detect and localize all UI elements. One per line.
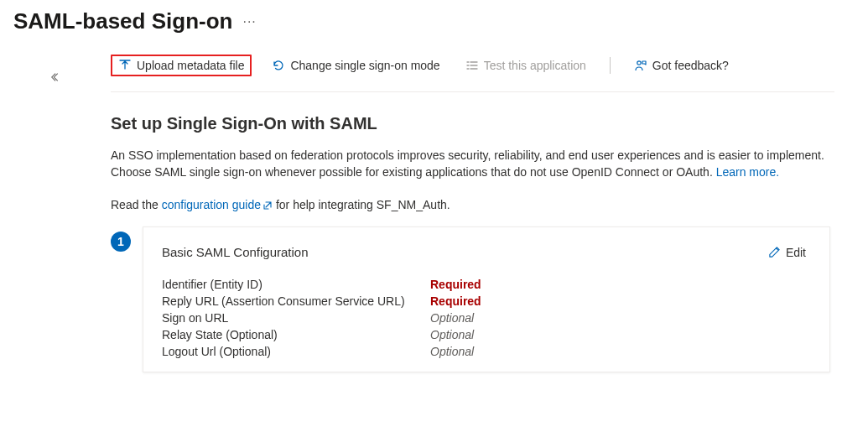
config-row-label: Sign on URL: [162, 311, 430, 325]
guide-text: Read the configuration guide for help in…: [111, 198, 834, 211]
card-wrapper: 1 Basic SAML Configuration Edit Identifi…: [111, 226, 834, 372]
feedback-person-icon: [634, 59, 647, 72]
learn-more-link[interactable]: Learn more.: [716, 165, 779, 179]
undo-icon: [272, 59, 285, 72]
pencil-icon: [768, 246, 781, 258]
test-label: Test this application: [484, 59, 586, 72]
config-row-label: Relay State (Optional): [162, 328, 430, 341]
upload-icon: [118, 59, 132, 72]
svg-point-0: [637, 61, 641, 65]
change-mode-label: Change single sign-on mode: [290, 59, 439, 72]
edit-button[interactable]: Edit: [763, 242, 811, 263]
description-text: An SSO implementation based on federatio…: [111, 147, 834, 181]
config-row-label: Identifier (Entity ID): [162, 278, 430, 291]
section-heading: Set up Single Sign-On with SAML: [111, 114, 834, 133]
collapse-panel-icon[interactable]: [50, 71, 62, 86]
guide-prefix: Read the: [111, 198, 162, 211]
basic-saml-card: Basic SAML Configuration Edit Identifier…: [143, 226, 830, 372]
checklist-icon: [465, 59, 479, 72]
config-row-value: Required: [430, 278, 811, 291]
step-badge: 1: [111, 232, 131, 252]
config-row-value: Optional: [430, 311, 811, 325]
card-header: Basic SAML Configuration Edit: [162, 242, 811, 263]
configuration-guide-link[interactable]: configuration guide: [162, 198, 273, 211]
page-header: SAML-based Sign-on ···: [0, 0, 868, 39]
upload-metadata-button[interactable]: Upload metadata file: [111, 55, 252, 76]
change-mode-button[interactable]: Change single sign-on mode: [267, 55, 444, 75]
content-area: Upload metadata file Change single sign-…: [0, 39, 868, 372]
edit-label: Edit: [786, 246, 806, 259]
config-row-label: Logout Url (Optional): [162, 345, 430, 358]
feedback-button[interactable]: Got feedback?: [629, 55, 734, 75]
external-link-icon: [262, 200, 273, 211]
config-row-value: Required: [430, 294, 811, 308]
more-actions-icon[interactable]: ···: [242, 14, 256, 29]
guide-suffix: for help integrating SF_NM_Auth.: [273, 198, 450, 211]
test-application-button: Test this application: [460, 55, 591, 75]
config-table: Identifier (Entity ID)RequiredReply URL …: [162, 278, 811, 358]
page-title: SAML-based Sign-on: [13, 8, 232, 34]
feedback-label: Got feedback?: [652, 59, 729, 72]
config-row-value: Optional: [430, 328, 811, 341]
config-row-value: Optional: [430, 345, 811, 358]
upload-label: Upload metadata file: [137, 59, 244, 72]
toolbar-divider: [610, 57, 611, 74]
toolbar: Upload metadata file Change single sign-…: [111, 39, 834, 92]
config-row-label: Reply URL (Assertion Consumer Service UR…: [162, 294, 430, 308]
main-column: Upload metadata file Change single sign-…: [50, 39, 868, 372]
card-title: Basic SAML Configuration: [162, 245, 309, 259]
